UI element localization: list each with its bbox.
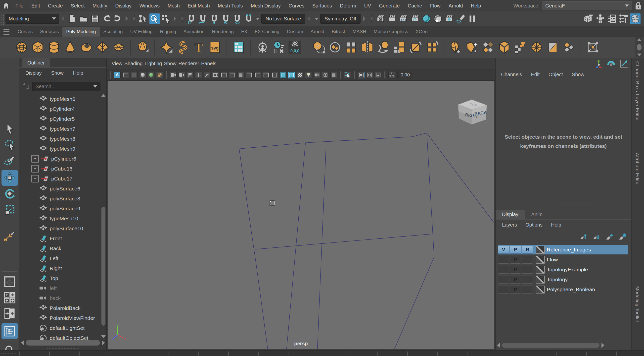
occlusion-icon[interactable]	[322, 72, 329, 78]
select-hierarchy-icon[interactable]	[138, 14, 148, 24]
paint-select-tool[interactable]	[4, 154, 16, 166]
outliner-horizontal-scrollbar[interactable]	[21, 339, 105, 346]
undo-icon[interactable]	[101, 14, 112, 24]
move-tool[interactable]	[2, 170, 18, 186]
toolbar-separator[interactable]	[371, 14, 372, 23]
scroll-right-icon[interactable]	[602, 343, 604, 348]
new-empty-layer-icon[interactable]	[605, 233, 614, 241]
layer-playback-toggle[interactable]: P	[510, 256, 521, 264]
layer-editor-menu-layers[interactable]: Layers	[502, 222, 517, 228]
outliner-search-input[interactable]: Search...	[32, 82, 100, 91]
menu-select[interactable]: Select	[67, 0, 89, 12]
render-settings-icon[interactable]	[410, 14, 420, 24]
layer-row-topologyexample[interactable]: PTopologyExample	[498, 265, 628, 274]
svg-icon[interactable]: svg	[208, 41, 222, 54]
snap-origin-icon[interactable]: 0,0,0	[288, 41, 302, 54]
viewport-menu-view[interactable]: View	[112, 61, 122, 67]
layer-visible-toggle[interactable]	[498, 266, 509, 274]
poly-torus-icon[interactable]	[80, 41, 93, 54]
view-cube[interactable]: RIGHT BACK TOP	[455, 97, 490, 126]
new-layer-assign-icon[interactable]	[618, 233, 627, 241]
poly-plane-icon[interactable]	[96, 41, 109, 54]
smooth-shade-cube-icon[interactable]	[280, 72, 286, 78]
flag-icon[interactable]	[187, 72, 194, 78]
bevel-plus-icon[interactable]	[465, 41, 479, 54]
live-surface-field[interactable]: No Live Surface	[261, 14, 305, 24]
shelf-tab-motion-graphics[interactable]: Motion Graphics	[370, 27, 412, 37]
scroll-down-icon[interactable]	[101, 335, 106, 338]
outliner-item-polaroidviewfinder[interactable]: PolaroidViewFinder	[20, 313, 100, 323]
layout-outliner-persp[interactable]	[2, 323, 18, 339]
outliner-filter-icon[interactable]	[22, 82, 30, 91]
layer-editor-tab-display[interactable]: Display	[496, 210, 525, 219]
poly-cube-icon[interactable]	[31, 41, 44, 54]
layer-editor-menu-options[interactable]: Options	[526, 222, 542, 228]
snap-to-curve-icon[interactable]	[198, 14, 208, 24]
outliner-item-polysurface6[interactable]: polySurface6	[20, 184, 100, 194]
chevron-down-icon[interactable]	[315, 18, 318, 20]
speed-gauge-icon[interactable]	[607, 59, 616, 68]
side-tab-modeling-toolkit[interactable]: Modeling Toolkit	[634, 286, 640, 322]
new-scene-icon[interactable]	[67, 14, 77, 24]
shaded-sphere-icon[interactable]	[139, 72, 146, 78]
isolate-add-icon[interactable]	[366, 72, 373, 78]
resolution-gate-icon[interactable]	[229, 72, 236, 78]
menu-set-dropdown[interactable]: Modeling	[6, 14, 59, 24]
shelf-tab-poly-modeling[interactable]: Poly Modeling	[62, 27, 100, 37]
lasso-tool[interactable]	[4, 139, 16, 151]
shelf-tab-fx[interactable]: FX	[238, 27, 251, 37]
outliner-menu-show[interactable]: Show	[51, 70, 64, 76]
symmetry-field[interactable]: Symmetry: Off	[320, 14, 360, 24]
toolbar-grip[interactable]	[384, 71, 386, 79]
layer-visible-toggle[interactable]	[498, 256, 509, 264]
open-scene-icon[interactable]	[78, 14, 89, 24]
shelf-tab-arnold[interactable]: Arnold	[307, 27, 328, 37]
outliner-vertical-scrollbar[interactable]	[101, 94, 106, 338]
attribute-editor-toggle-icon[interactable]	[607, 14, 617, 24]
toolbar-grip[interactable]	[0, 13, 4, 25]
exposure-aperture-icon[interactable]	[388, 72, 395, 78]
channel-box-menu-channels[interactable]: Channels	[501, 72, 522, 77]
character-controls-toggle-icon[interactable]	[595, 14, 606, 24]
toolbar-separator[interactable]	[63, 14, 64, 23]
outliner-item-typemesh8[interactable]: typeMesh8	[20, 134, 100, 144]
menu-flow[interactable]: Flow	[426, 0, 444, 12]
circularize-icon[interactable]	[530, 41, 543, 54]
isolate-select-icon[interactable]	[358, 72, 364, 78]
menu-deform[interactable]: Deform	[336, 0, 360, 12]
super-ellipse-icon[interactable]	[160, 41, 173, 54]
layer-display-type-toggle[interactable]	[522, 286, 533, 293]
viewport-menu-panels[interactable]: Panels	[201, 61, 216, 67]
render-sequence-icon[interactable]	[444, 14, 454, 24]
image-plane-grid-icon[interactable]	[122, 72, 129, 78]
time-slider-strip[interactable]	[0, 350, 644, 356]
layer-visible-toggle[interactable]	[498, 286, 509, 293]
layer-visible-toggle[interactable]: V	[498, 246, 509, 254]
select-camera-icon[interactable]: A	[114, 72, 120, 78]
pencil-icon[interactable]	[204, 72, 210, 78]
material-sphere-icon[interactable]	[148, 72, 154, 78]
scroll-thumb[interactable]	[26, 340, 100, 345]
shelf-tab-xgen[interactable]: XGen	[412, 27, 432, 37]
channel-box-menu-object[interactable]: Object	[548, 72, 563, 77]
combine-icon[interactable]	[328, 41, 342, 54]
expand-icon[interactable]: +	[31, 155, 39, 162]
toolbar-separator[interactable]	[308, 14, 309, 23]
exposure-value[interactable]: 0.00	[397, 71, 413, 79]
safe-action-icon[interactable]	[254, 72, 261, 78]
outliner-item-top[interactable]: Top	[20, 273, 100, 283]
image-plane-icon[interactable]	[375, 72, 382, 78]
layer-color-swatch[interactable]	[536, 246, 545, 254]
paint-effects-settings-icon[interactable]	[456, 14, 466, 24]
outliner-item-typemesh7[interactable]: typeMesh7	[20, 124, 100, 134]
lock-icon[interactable]	[634, 1, 642, 10]
layer-visible-toggle[interactable]	[498, 276, 509, 284]
bookmark-camera-icon[interactable]	[178, 72, 185, 78]
select-object-icon[interactable]	[150, 14, 160, 24]
menu-mesh-tools[interactable]: Mesh Tools	[214, 0, 247, 12]
outliner-item-front[interactable]: Front	[20, 234, 100, 244]
safe-title-icon[interactable]	[263, 72, 270, 78]
shelf-scrollbar[interactable]	[636, 37, 643, 57]
shelf-tab-sculpting[interactable]: Sculpting	[100, 27, 126, 37]
shelf-tab-animation[interactable]: Animation	[180, 27, 208, 37]
